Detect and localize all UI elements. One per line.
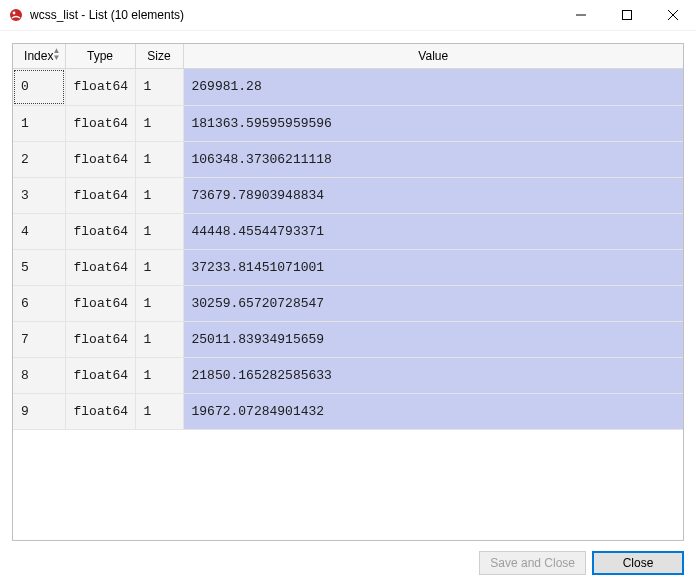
svg-rect-3 xyxy=(623,11,632,20)
cell-index[interactable]: 5 xyxy=(13,249,65,285)
table-row[interactable]: 8float64121850.165282585633 xyxy=(13,357,683,393)
table-row[interactable]: 2float641106348.37306211118 xyxy=(13,141,683,177)
variable-explorer-window: wcss_list - List (10 elements) xyxy=(0,0,696,587)
cell-type[interactable]: float64 xyxy=(65,321,135,357)
cell-index[interactable]: 8 xyxy=(13,357,65,393)
cell-value[interactable]: 269981.28 xyxy=(183,69,683,105)
header-value[interactable]: Value xyxy=(183,44,683,69)
cell-value[interactable]: 21850.165282585633 xyxy=(183,357,683,393)
header-value-label: Value xyxy=(418,49,448,63)
data-table: Index ▲▼ Type Size Value xyxy=(13,44,683,69)
content-area: Index ▲▼ Type Size Value xyxy=(0,31,696,541)
cell-value[interactable]: 37233.81451071001 xyxy=(183,249,683,285)
cell-type[interactable]: float64 xyxy=(65,177,135,213)
cell-index[interactable]: 0 xyxy=(13,69,65,105)
cell-value[interactable]: 25011.83934915659 xyxy=(183,321,683,357)
cell-type[interactable]: float64 xyxy=(65,393,135,429)
titlebar: wcss_list - List (10 elements) xyxy=(0,0,696,31)
cell-index[interactable]: 6 xyxy=(13,285,65,321)
table-row[interactable]: 6float64130259.65720728547 xyxy=(13,285,683,321)
window-controls xyxy=(558,0,696,31)
save-and-close-button: Save and Close xyxy=(479,551,586,575)
header-size-label: Size xyxy=(147,49,170,63)
cell-size[interactable]: 1 xyxy=(135,105,183,141)
table-row[interactable]: 4float64144448.45544793371 xyxy=(13,213,683,249)
maximize-icon xyxy=(622,10,632,20)
minimize-button[interactable] xyxy=(558,0,604,31)
window-title: wcss_list - List (10 elements) xyxy=(30,8,558,22)
table-row[interactable]: 3float64173679.78903948834 xyxy=(13,177,683,213)
cell-index[interactable]: 2 xyxy=(13,141,65,177)
cell-size[interactable]: 1 xyxy=(135,69,183,105)
svg-point-0 xyxy=(10,9,22,21)
cell-type[interactable]: float64 xyxy=(65,213,135,249)
cell-value[interactable]: 44448.45544793371 xyxy=(183,213,683,249)
close-icon xyxy=(668,10,678,20)
footer-buttons: Save and Close Close xyxy=(0,541,696,587)
cell-value[interactable]: 106348.37306211118 xyxy=(183,141,683,177)
table-container: Index ▲▼ Type Size Value xyxy=(12,43,684,541)
cell-size[interactable]: 1 xyxy=(135,393,183,429)
cell-value[interactable]: 30259.65720728547 xyxy=(183,285,683,321)
table-row[interactable]: 5float64137233.81451071001 xyxy=(13,249,683,285)
table-row[interactable]: 0float641269981.28 xyxy=(13,69,683,105)
cell-type[interactable]: float64 xyxy=(65,69,135,105)
table-row[interactable]: 9float64119672.07284901432 xyxy=(13,393,683,429)
header-type-label: Type xyxy=(87,49,113,63)
header-index[interactable]: Index ▲▼ xyxy=(13,44,65,69)
header-index-label: Index xyxy=(24,49,53,63)
cell-size[interactable]: 1 xyxy=(135,177,183,213)
cell-type[interactable]: float64 xyxy=(65,357,135,393)
cell-index[interactable]: 1 xyxy=(13,105,65,141)
cell-type[interactable]: float64 xyxy=(65,141,135,177)
app-icon xyxy=(8,7,24,23)
close-window-button[interactable] xyxy=(650,0,696,31)
cell-size[interactable]: 1 xyxy=(135,249,183,285)
table-body-scroll[interactable]: 0float641269981.281float641181363.595959… xyxy=(13,69,683,540)
table-header-row: Index ▲▼ Type Size Value xyxy=(13,44,683,69)
cell-type[interactable]: float64 xyxy=(65,249,135,285)
cell-size[interactable]: 1 xyxy=(135,321,183,357)
table-row[interactable]: 7float64125011.83934915659 xyxy=(13,321,683,357)
cell-size[interactable]: 1 xyxy=(135,285,183,321)
cell-type[interactable]: float64 xyxy=(65,285,135,321)
cell-index[interactable]: 3 xyxy=(13,177,65,213)
cell-index[interactable]: 7 xyxy=(13,321,65,357)
minimize-icon xyxy=(576,10,586,20)
cell-value[interactable]: 181363.59595959596 xyxy=(183,105,683,141)
cell-size[interactable]: 1 xyxy=(135,141,183,177)
cell-size[interactable]: 1 xyxy=(135,357,183,393)
cell-size[interactable]: 1 xyxy=(135,213,183,249)
cell-index[interactable]: 9 xyxy=(13,393,65,429)
cell-index[interactable]: 4 xyxy=(13,213,65,249)
cell-value[interactable]: 19672.07284901432 xyxy=(183,393,683,429)
svg-point-1 xyxy=(13,12,16,15)
cell-type[interactable]: float64 xyxy=(65,105,135,141)
table-row[interactable]: 1float641181363.59595959596 xyxy=(13,105,683,141)
header-size[interactable]: Size xyxy=(135,44,183,69)
header-type[interactable]: Type xyxy=(65,44,135,69)
close-button[interactable]: Close xyxy=(592,551,684,575)
cell-value[interactable]: 73679.78903948834 xyxy=(183,177,683,213)
maximize-button[interactable] xyxy=(604,0,650,31)
sort-arrows-icon: ▲▼ xyxy=(53,47,61,61)
